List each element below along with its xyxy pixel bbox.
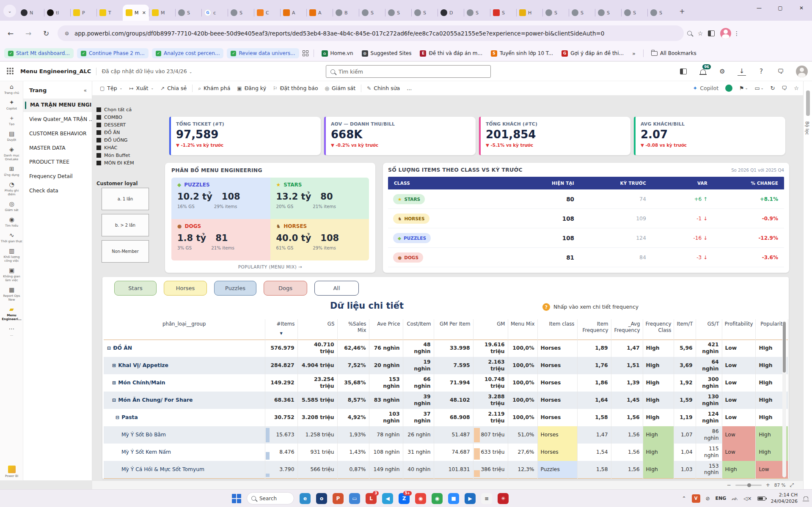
browser-tab[interactable]: S [542, 5, 569, 21]
toolbar-subscribe-button[interactable]: ▣Đăng ký [234, 83, 270, 93]
zalo-icon[interactable]: Z5+ [399, 493, 410, 504]
slicer-option[interactable]: MÓN ĐI KÈM [96, 159, 173, 167]
expand-icon[interactable]: ⊞ [112, 380, 116, 386]
bookmark-pill[interactable]: ✓Analyze cost percen... [152, 48, 224, 58]
url-text[interactable]: app.powerbi.com/groups/df0b8997-7710-420… [74, 30, 678, 37]
chrome-icon[interactable]: ◉ [415, 493, 426, 504]
telegram-icon[interactable]: ◀ [382, 493, 393, 504]
browser-tab[interactable]: B [333, 5, 359, 21]
class-table-row[interactable]: ◆PUZZLES108124-16 ↓-12.9% [388, 228, 784, 248]
close-button[interactable]: ✕ [791, 0, 812, 16]
checkbox-checked-icon[interactable] [96, 161, 101, 165]
settings-gear-icon[interactable]: ⚙ [718, 67, 727, 76]
new-tab-button[interactable]: + [676, 5, 688, 17]
table-row[interactable]: ⊟Món Ăn Chung/ For Share68.3615.585 triệ… [104, 392, 788, 409]
expand-icon[interactable]: ⊞ [112, 363, 116, 369]
table-row[interactable]: Mỳ Ý Sốt Bò Bằm15.6731.258 triệu1,93%78 … [104, 426, 788, 444]
bookmark-pill[interactable]: ✓Review data univers... [227, 48, 299, 58]
notifications-icon[interactable]: 96 [699, 67, 707, 76]
sidebar-item-workload[interactable]: ▥Khối lượng công việc [0, 245, 23, 265]
start-button[interactable] [232, 494, 241, 503]
sidebar-item-apps[interactable]: ⊞Ứng dụng [0, 163, 23, 179]
browser-tab[interactable]: S [647, 5, 674, 21]
filter-button-dogs[interactable]: Dogs [264, 281, 307, 296]
checkbox-checked-icon[interactable] [96, 153, 101, 158]
browser-tab[interactable]: Gc [201, 5, 228, 21]
notification-center-icon[interactable] [804, 496, 809, 501]
comments-icon[interactable]: 🗨 [782, 85, 787, 91]
app-launcher-icon[interactable] [7, 68, 14, 75]
vlc-icon[interactable]: V [692, 494, 700, 503]
sidebar-item-scorecard[interactable]: ◔Phiếu ghi điểm [0, 179, 23, 198]
sidebar-item-report[interactable]: ▦Report Ops New [0, 284, 23, 304]
help-icon[interactable]: ? [757, 67, 765, 76]
filter-button-horses[interactable]: Horses [164, 281, 207, 296]
table-row[interactable]: Mỳ Ý Sốt Kem Nấm8.476931 triệu1,43%108 n… [104, 444, 788, 461]
zoom-in-button[interactable]: + [766, 482, 770, 488]
language-indicator[interactable]: ENG [716, 496, 727, 501]
checkbox-checked-icon[interactable] [96, 145, 101, 150]
back-button[interactable]: ← [3, 26, 18, 41]
page-item[interactable]: MA TRẬN MENU ENGI... [23, 99, 92, 112]
view-icon[interactable]: ▭⌄ [754, 85, 763, 91]
toolbar-file-button[interactable]: ▢Tệp⌄ [96, 83, 126, 93]
toolbar-explore-button[interactable]: ⌕Khám phá [195, 83, 234, 93]
browser-tab[interactable]: S [490, 5, 516, 21]
page-item[interactable]: View Quater_MA TRẬN ... [23, 113, 92, 126]
download-icon[interactable]: ↓ [738, 67, 746, 76]
browser-tab[interactable]: M✕ [123, 5, 149, 21]
browser-tab[interactable]: D [438, 5, 464, 21]
tab-search-button[interactable]: ⌄ [3, 5, 16, 17]
filters-pane-collapsed[interactable]: Bộ lọc [803, 81, 812, 489]
bookmark[interactable]: EĐề thi và đáp án m... [417, 48, 485, 58]
loyal-option[interactable]: a. 1 lần [102, 188, 149, 210]
forward-button[interactable]: → [21, 26, 36, 41]
browser-profile-avatar[interactable] [720, 28, 731, 39]
close-tab-icon[interactable]: ✕ [142, 10, 146, 16]
zoom-out-button[interactable]: − [727, 482, 731, 488]
powerpoint-icon[interactable]: P [333, 493, 344, 504]
checkbox-checked-icon[interactable] [96, 130, 101, 135]
column-header-9[interactable]: Item class [537, 319, 577, 340]
sidebar-item-learn[interactable]: ◉Tìm hiểu [0, 214, 23, 230]
filter-button-stars[interactable]: Stars [114, 281, 157, 296]
chrome-2-icon[interactable]: ◉ [432, 493, 443, 504]
browser-tab[interactable]: S [569, 5, 595, 21]
sidebar-item-realtime[interactable]: ∿Thời gian thực [0, 230, 23, 245]
feedback-icon[interactable]: 🗨 [776, 67, 785, 76]
wifi-icon[interactable]: ᨒ [732, 496, 738, 502]
collapse-icon[interactable]: ⊟ [116, 415, 119, 421]
pinwheel-icon[interactable]: ✳ [498, 493, 509, 504]
fit-to-page-icon[interactable]: ⤢ [790, 482, 794, 488]
bookmark[interactable]: GGợi ý đáp án đề thi... [559, 48, 626, 58]
browser-tab[interactable]: H [516, 5, 542, 21]
copilot-button[interactable]: ✦Copilot [693, 85, 718, 91]
page-scrollbar[interactable] [806, 90, 810, 116]
browser-tab[interactable]: tl [44, 5, 70, 21]
favorite-icon[interactable]: ☆ [794, 85, 799, 91]
stream-icon[interactable]: ▶ [465, 493, 476, 504]
column-header-7[interactable]: GM [473, 319, 508, 340]
checkbox-checked-icon[interactable] [96, 115, 101, 120]
zoom-icon[interactable] [684, 28, 695, 39]
bookmark-pill[interactable]: ✓Start Mt dashboard... [4, 48, 74, 58]
help-circle-icon[interactable]: ? [542, 303, 550, 311]
checkbox-checked-icon[interactable] [96, 107, 101, 112]
column-header-13[interactable]: Item/T [674, 319, 696, 340]
taskbar-search[interactable]: Search [247, 492, 294, 504]
browser-tab[interactable]: A [280, 5, 306, 21]
sidebar-item-onelake[interactable]: ◈Danh mục OneLake [0, 144, 23, 163]
more-bookmarks-icon[interactable]: » [630, 50, 638, 57]
sidebar-item-copilot[interactable]: ✦Copilot [0, 97, 23, 112]
sidebar-item-workspace[interactable]: ▣Không gian làm việc [0, 265, 23, 284]
bookmark-star-icon[interactable]: ☆ [695, 28, 706, 39]
column-header-4[interactable]: Ave Price [369, 319, 403, 340]
maximize-button[interactable]: ▢ [770, 0, 791, 16]
column-header-3[interactable]: %Sales Mix [337, 319, 369, 340]
outlook-icon[interactable]: o [316, 493, 327, 504]
column-header-0[interactable]: phân_loại__group [104, 319, 265, 340]
browser-tab[interactable]: S [359, 5, 385, 21]
slicer-option[interactable]: COMBO [96, 113, 173, 121]
data-updated-label[interactable]: Đã cập nhật dữ liệu vào 23/4/26⌄ [102, 68, 192, 74]
all-bookmarks-button[interactable]: All Bookmarks [649, 48, 699, 58]
